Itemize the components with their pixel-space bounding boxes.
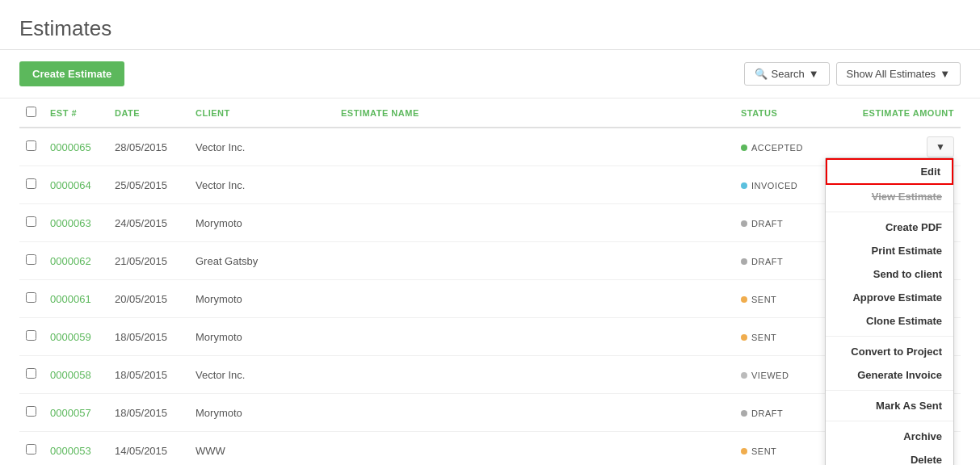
est-date: 20/05/2015 — [108, 280, 189, 318]
status-dot — [741, 448, 747, 455]
show-all-estimates-button[interactable]: Show All Estimates ▼ — [836, 62, 961, 86]
status-dot — [741, 145, 747, 151]
menu-item-clone-estimate[interactable]: Clone Estimate — [826, 309, 953, 333]
est-client: Vector Inc. — [189, 128, 334, 166]
status-label: SENT — [751, 446, 776, 456]
status-dot — [741, 372, 747, 379]
col-date[interactable]: DATE — [108, 98, 189, 128]
est-status: INVOICED — [734, 166, 831, 204]
col-client[interactable]: CLIENT — [189, 98, 334, 128]
menu-item-mark-as-sent[interactable]: Mark As Sent — [826, 394, 953, 417]
est-amount-cell: ▼ Edit View Estimate Create PDF Print Es… — [831, 128, 961, 166]
page-header: Estimates — [0, 0, 980, 50]
status-badge: DRAFT — [741, 219, 783, 228]
status-label: VIEWED — [751, 371, 789, 380]
est-date: 18/05/2015 — [108, 318, 189, 356]
est-status: DRAFT — [734, 394, 831, 432]
table-row: 000006324/05/2015MorymotoDRAFT ▼ — [19, 204, 961, 242]
est-status: DRAFT — [734, 242, 831, 280]
est-client: WWW — [189, 432, 334, 466]
row-checkbox[interactable] — [26, 178, 36, 189]
est-name — [334, 242, 734, 280]
menu-divider-3 — [826, 390, 953, 391]
est-number[interactable]: 0000064 — [44, 166, 108, 204]
estimates-table: EST # DATE CLIENT ESTIMATE NAME STATUS E… — [19, 98, 961, 465]
est-client: Morymoto — [189, 204, 334, 242]
est-client: Morymoto — [189, 394, 334, 432]
menu-item-send-to-client[interactable]: Send to client — [826, 262, 953, 286]
menu-item-approve-estimate[interactable]: Approve Estimate — [826, 286, 953, 309]
row-checkbox[interactable] — [26, 444, 36, 455]
status-badge: SENT — [741, 446, 776, 456]
menu-item-create-pdf[interactable]: Create PDF — [826, 216, 953, 239]
est-client: Morymoto — [189, 280, 334, 318]
action-cell: ▼ Edit View Estimate Create PDF Print Es… — [838, 136, 954, 157]
table-row: 000006425/05/2015Vector Inc.INVOICED ▼ — [19, 166, 961, 204]
status-label: DRAFT — [751, 408, 783, 418]
search-label: Search — [772, 68, 805, 80]
est-name — [334, 204, 734, 242]
est-number[interactable]: 0000061 — [44, 280, 108, 318]
menu-item-view-estimate[interactable]: View Estimate — [826, 185, 953, 208]
search-icon: 🔍 — [755, 68, 768, 80]
menu-item-delete[interactable]: Delete — [826, 448, 953, 465]
show-all-chevron-icon: ▼ — [940, 68, 950, 80]
menu-item-convert-to-project[interactable]: Convert to Project — [826, 340, 953, 363]
page-title: Estimates — [19, 16, 961, 41]
col-amount[interactable]: ESTIMATE AMOUNT — [831, 98, 961, 128]
action-dropdown-button[interactable]: ▼ — [927, 136, 954, 157]
est-number[interactable]: 0000065 — [44, 128, 108, 166]
search-button[interactable]: 🔍 Search ▼ — [744, 62, 830, 86]
est-client: Great Gatsby — [189, 242, 334, 280]
menu-item-print-estimate[interactable]: Print Estimate — [826, 239, 953, 262]
toolbar: Create Estimate 🔍 Search ▼ Show All Esti… — [0, 50, 980, 98]
est-date: 18/05/2015 — [108, 356, 189, 394]
row-checkbox[interactable] — [26, 330, 36, 341]
est-status: VIEWED — [734, 356, 831, 394]
status-badge: SENT — [741, 333, 776, 342]
est-number[interactable]: 0000053 — [44, 432, 108, 466]
menu-item-archive[interactable]: Archive — [826, 425, 953, 448]
est-number[interactable]: 0000058 — [44, 356, 108, 394]
row-checkbox[interactable] — [26, 292, 36, 303]
table-header-row: EST # DATE CLIENT ESTIMATE NAME STATUS E… — [19, 98, 961, 128]
col-status[interactable]: STATUS — [734, 98, 831, 128]
est-date: 21/05/2015 — [108, 242, 189, 280]
row-checkbox[interactable] — [26, 406, 36, 417]
status-label: SENT — [751, 333, 776, 342]
est-number[interactable]: 0000059 — [44, 318, 108, 356]
dropdown-menu: Edit View Estimate Create PDF Print Esti… — [825, 157, 954, 465]
create-estimate-button[interactable]: Create Estimate — [19, 61, 124, 86]
status-badge: ACCEPTED — [741, 143, 803, 153]
row-checkbox[interactable] — [26, 254, 36, 265]
est-number[interactable]: 0000063 — [44, 204, 108, 242]
est-status: SENT — [734, 432, 831, 466]
est-number[interactable]: 0000062 — [44, 242, 108, 280]
est-date: 24/05/2015 — [108, 204, 189, 242]
col-est-num[interactable]: EST # — [44, 98, 108, 128]
status-dot — [741, 258, 747, 265]
est-date: 28/05/2015 — [108, 128, 189, 166]
select-all-checkbox[interactable] — [26, 107, 36, 117]
row-checkbox[interactable] — [26, 216, 36, 227]
est-name — [334, 280, 734, 318]
status-badge: INVOICED — [741, 181, 797, 191]
est-number[interactable]: 0000057 — [44, 394, 108, 432]
row-checkbox[interactable] — [26, 368, 36, 379]
menu-item-generate-invoice[interactable]: Generate Invoice — [826, 363, 953, 387]
col-estimate-name[interactable]: ESTIMATE NAME — [334, 98, 734, 128]
est-client: Morymoto — [189, 318, 334, 356]
dropdown-container: ▼ Edit View Estimate Create PDF Print Es… — [927, 136, 954, 157]
est-name — [334, 128, 734, 166]
table-row: 000005718/05/2015MorymotoDRAFT ▼ — [19, 394, 961, 432]
status-dot — [741, 220, 747, 227]
est-name — [334, 432, 734, 466]
toolbar-right: 🔍 Search ▼ Show All Estimates ▼ — [744, 62, 961, 86]
menu-divider-2 — [826, 336, 953, 337]
status-label: INVOICED — [751, 181, 797, 191]
est-date: 25/05/2015 — [108, 166, 189, 204]
status-label: DRAFT — [751, 257, 783, 266]
row-checkbox[interactable] — [26, 140, 36, 151]
menu-item-edit[interactable]: Edit — [826, 158, 953, 185]
status-badge: SENT — [741, 295, 776, 304]
